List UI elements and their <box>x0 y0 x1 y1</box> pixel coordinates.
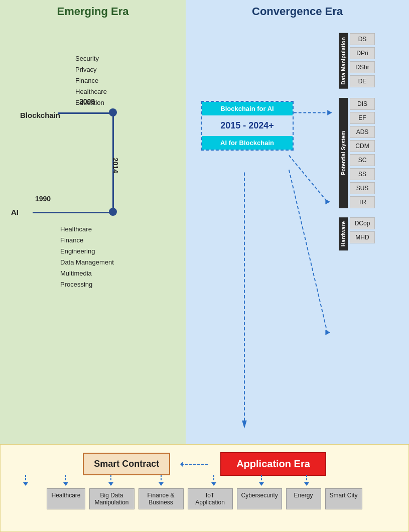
potential-system-items: DIS EF ADS CDM SC SS SUS TR <box>350 98 375 208</box>
item-SC: SC <box>350 154 375 166</box>
svg-marker-7 <box>242 421 247 429</box>
blockchain-label: Blockchain <box>20 111 60 119</box>
potential-system-group: Potential System DIS EF ADS CDM SC SS SU… <box>339 98 404 208</box>
year-1990-label: 1990 <box>35 195 51 203</box>
bottom-items-container: Healthcare Big Data Manipulation Finance… <box>6 486 403 509</box>
center-box-mid: 2015 - 2024+ <box>202 115 293 136</box>
dot-ai <box>109 208 117 216</box>
ai-label: AI <box>11 208 19 216</box>
item-SUS: SUS <box>350 182 375 194</box>
item-MHD: MHD <box>350 231 375 243</box>
application-era-box: Application Era <box>220 452 326 476</box>
item-DPri: DPri <box>350 47 375 59</box>
bottom-item-cybersecurity: Cybersecurity <box>237 488 282 509</box>
bottom-arrows-svg <box>6 475 403 486</box>
svg-line-2 <box>289 156 327 202</box>
svg-marker-13 <box>63 482 68 486</box>
blockchain-app-privacy: Privacy <box>75 64 107 75</box>
emerging-era: Emerging Era Security Privacy Finance He… <box>0 0 186 444</box>
bottom-item-smartcity: Smart City <box>325 488 362 509</box>
bottom-item-healthcare: Healthcare <box>47 488 85 509</box>
horiz-connector-ai <box>33 212 114 213</box>
hardware-items: DCop MHD <box>350 217 375 250</box>
svg-marker-15 <box>108 482 113 486</box>
item-DE: DE <box>350 75 375 87</box>
right-groups: Data Manipulation DS DPri DShr DE Potent… <box>339 33 404 259</box>
svg-marker-3 <box>325 199 330 205</box>
bottom-item-finance: Finance & Business <box>139 488 184 509</box>
horiz-connector-blockchain <box>58 112 114 114</box>
item-EF: EF <box>350 112 375 124</box>
center-box-top: Blockchain for AI <box>202 102 293 115</box>
convergence-era-title: Convergence Era <box>252 5 343 18</box>
emerging-era-title: Emerging Era <box>57 5 128 18</box>
blockchain-app-finance: Finance <box>75 75 107 86</box>
svg-marker-19 <box>211 482 216 486</box>
convergence-content: Blockchain for AI 2015 - 2024+ AI for Bl… <box>191 23 404 439</box>
bottom-item-bigdata: Big Data Manipulation <box>89 488 134 509</box>
data-manipulation-header: Data Manipulation <box>339 33 348 89</box>
item-DCop: DCop <box>350 217 375 229</box>
svg-marker-9 <box>180 462 183 467</box>
bottom-item-iot: IoT Application <box>188 488 233 509</box>
center-box: Blockchain for AI 2015 - 2024+ AI for Bl… <box>201 101 294 151</box>
application-era-label: Application Era <box>236 458 310 469</box>
item-CDM: CDM <box>350 140 375 152</box>
left-arrow-connector <box>180 459 210 469</box>
blockchain-app-security: Security <box>75 53 107 64</box>
ai-app-finance: Finance <box>60 235 114 246</box>
year-2008-label: 2008 <box>79 97 95 105</box>
center-box-bot: AI for Blockchain <box>202 136 293 150</box>
left-arrow-svg <box>180 459 210 469</box>
item-DS: DS <box>350 33 375 45</box>
hardware-header: Hardware <box>339 217 348 250</box>
bottom-item-energy: Energy <box>286 488 321 509</box>
item-DIS: DIS <box>350 98 375 110</box>
ai-app-multimedia: Multimedia <box>60 268 114 279</box>
year-2014-label: 2014 <box>111 158 119 173</box>
bottom-section: Smart Contract Application Era <box>0 444 409 532</box>
ai-app-data-management: Data Management <box>60 257 114 268</box>
hardware-group: Hardware DCop MHD <box>339 217 404 250</box>
item-ADS: ADS <box>350 126 375 138</box>
ai-apps-list: Healthcare Finance Engineering Data Mana… <box>60 224 114 291</box>
item-SS: SS <box>350 168 375 180</box>
smart-contract-box: Smart Contract <box>83 453 170 475</box>
data-manipulation-group: Data Manipulation DS DPri DShr DE <box>339 33 404 89</box>
item-DShr: DShr <box>350 61 375 73</box>
item-TR: TR <box>350 196 375 208</box>
potential-system-header: Potential System <box>339 98 348 208</box>
top-section: Emerging Era Security Privacy Finance He… <box>0 0 409 444</box>
ai-app-healthcare: Healthcare <box>60 224 114 235</box>
svg-marker-21 <box>259 482 264 486</box>
svg-line-4 <box>289 170 327 332</box>
data-manipulation-items: DS DPri DShr DE <box>350 33 375 89</box>
ai-node: AI <box>11 208 23 216</box>
svg-marker-5 <box>325 330 330 335</box>
emerging-content: Security Privacy Finance Healthcare Educ… <box>5 23 181 439</box>
svg-marker-1 <box>327 110 332 115</box>
blockchain-app-healthcare: Healthcare <box>75 86 107 97</box>
svg-marker-23 <box>304 482 309 486</box>
svg-marker-11 <box>23 482 28 486</box>
bottom-top-row: Smart Contract Application Era <box>6 452 403 476</box>
dot-blockchain <box>109 108 117 116</box>
ai-app-processing: Processing <box>60 279 114 290</box>
svg-marker-17 <box>159 482 164 486</box>
smart-contract-label: Smart Contract <box>94 459 159 469</box>
convergence-era: Convergence Era Blockchain for AI <box>186 0 409 444</box>
ai-app-engineering: Engineering <box>60 246 114 257</box>
